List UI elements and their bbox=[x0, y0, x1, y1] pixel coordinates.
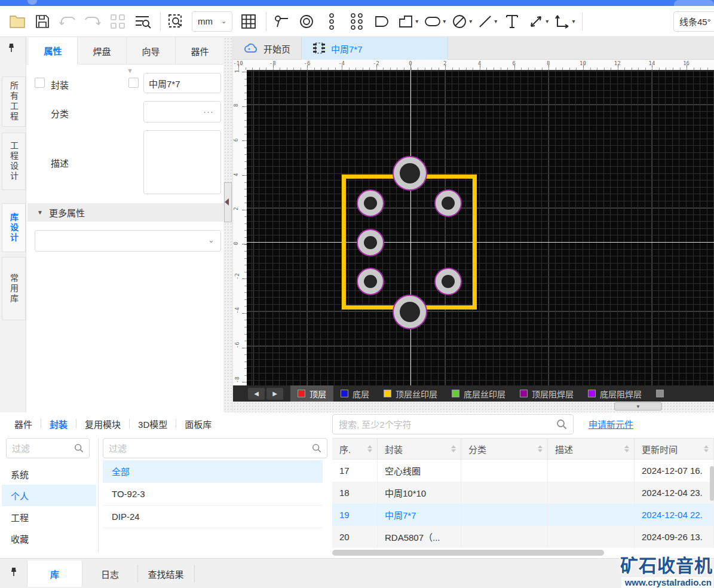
class-item-1[interactable]: 全部 bbox=[103, 460, 323, 483]
table-vertical-scrollbar[interactable] bbox=[710, 466, 714, 501]
pad-array-icon[interactable] bbox=[348, 13, 366, 30]
sort-icon[interactable] bbox=[624, 445, 629, 452]
pad-4[interactable] bbox=[357, 229, 384, 256]
pad-column-icon[interactable] bbox=[323, 13, 341, 30]
library-search-input[interactable] bbox=[339, 419, 556, 430]
dock-tab-5[interactable]: 面板库 bbox=[176, 418, 220, 430]
line-tool[interactable]: ▾ bbox=[478, 14, 497, 29]
measure-tool[interactable]: ▾ bbox=[528, 14, 548, 29]
category-more-button[interactable]: ··· bbox=[203, 106, 214, 117]
footprint-name-input[interactable] bbox=[143, 73, 221, 93]
dock-tab-4[interactable]: 3D模型 bbox=[130, 418, 176, 430]
keepout-tool[interactable]: ▾ bbox=[452, 14, 472, 29]
pad-7[interactable] bbox=[393, 295, 427, 329]
sort-icon[interactable] bbox=[704, 445, 709, 452]
class-item-3[interactable]: DIP-24 bbox=[103, 506, 323, 528]
table-row-3[interactable]: 19中周7*72024-12-04 22. bbox=[332, 504, 714, 526]
table-row-2[interactable]: 18中周10*102024-12-04 23. bbox=[332, 482, 714, 504]
pad-5[interactable] bbox=[357, 268, 384, 295]
save-icon[interactable] bbox=[33, 13, 51, 30]
properties-scrollbar[interactable] bbox=[223, 37, 233, 412]
properties-tab-4[interactable]: 器件 bbox=[176, 37, 225, 65]
window-layout-icon[interactable] bbox=[109, 13, 127, 30]
table-horizontal-scrollbar[interactable] bbox=[332, 550, 604, 556]
undo-icon[interactable] bbox=[59, 13, 76, 30]
layer-item-2[interactable]: 底层 bbox=[333, 385, 376, 402]
pad-3[interactable] bbox=[434, 189, 462, 217]
library-search-box[interactable] bbox=[332, 414, 574, 434]
layer-item-1[interactable]: 顶层 bbox=[290, 385, 333, 402]
pad-2[interactable] bbox=[357, 189, 384, 217]
via-tool-icon[interactable] bbox=[298, 13, 315, 30]
layer-item-4[interactable]: 底层丝印层 bbox=[445, 385, 513, 402]
source-filter-input[interactable] bbox=[12, 443, 74, 454]
properties-tab-1[interactable]: 属性 bbox=[29, 37, 78, 65]
pin-icon[interactable] bbox=[7, 43, 16, 55]
layers-scroll-left-button[interactable]: ◀ bbox=[248, 388, 265, 400]
dock-tab-3[interactable]: 复用模块 bbox=[76, 418, 129, 430]
panel-collapse-arrow-icon[interactable] bbox=[221, 198, 229, 206]
polygon-tool[interactable]: ▾ bbox=[398, 14, 418, 29]
redo-icon[interactable] bbox=[84, 13, 102, 30]
source-filter-box[interactable] bbox=[6, 438, 90, 458]
pin-tool-icon[interactable] bbox=[272, 13, 290, 30]
status-tab-3[interactable]: 查找结果 bbox=[137, 561, 194, 587]
table-row-4[interactable]: 20RDA5807（...2024-09-26 13. bbox=[332, 526, 714, 548]
sort-icon[interactable] bbox=[451, 445, 456, 452]
pad-1[interactable] bbox=[393, 156, 427, 191]
source-item-1[interactable]: 系统 bbox=[2, 463, 96, 485]
pad-shape-icon[interactable] bbox=[373, 13, 391, 30]
layer-item-6[interactable]: 底层阻焊层 bbox=[581, 385, 649, 402]
footprint-row-checkbox[interactable] bbox=[35, 78, 45, 88]
dock-tab-2[interactable]: 封装 bbox=[41, 418, 76, 430]
pad-6[interactable] bbox=[434, 268, 462, 295]
column-header-5[interactable]: 更新时间 bbox=[635, 439, 714, 459]
table-row-1[interactable]: 17空心线圈2024-12-07 16. bbox=[332, 460, 714, 482]
line-mode-select[interactable]: 线条45° bbox=[673, 11, 714, 32]
properties-tab-3[interactable]: 向导 bbox=[127, 37, 176, 65]
layer-item-5[interactable]: 顶层阻焊层 bbox=[513, 385, 581, 402]
document-tab-2[interactable]: 中周7*7 bbox=[302, 37, 448, 60]
layer-item-3[interactable]: 顶层丝印层 bbox=[376, 385, 445, 402]
pcb-canvas[interactable] bbox=[247, 70, 714, 385]
source-item-2[interactable]: 个人 bbox=[2, 485, 96, 506]
status-tab-2[interactable]: 日志 bbox=[82, 561, 137, 587]
dimension-tool[interactable]: ▾ bbox=[554, 14, 575, 29]
properties-tab-2[interactable]: 焊盘 bbox=[78, 37, 127, 65]
sort-icon[interactable] bbox=[538, 445, 543, 452]
search-list-icon[interactable] bbox=[134, 13, 152, 30]
layer-item-7[interactable] bbox=[649, 385, 671, 402]
more-properties-select[interactable]: ⌄ bbox=[35, 230, 221, 252]
browser-tab-shape[interactable] bbox=[674, 0, 714, 6]
dock-tab-1[interactable]: 器件 bbox=[6, 418, 41, 430]
layers-scroll-right-button[interactable]: ▶ bbox=[266, 388, 283, 400]
folder-icon[interactable] bbox=[8, 13, 26, 30]
sort-icon[interactable] bbox=[367, 445, 372, 452]
rail-tab-4[interactable]: 常用库 bbox=[2, 257, 26, 320]
column-header-1[interactable]: 序. bbox=[332, 439, 378, 459]
class-filter-input[interactable] bbox=[109, 443, 312, 454]
rail-tab-1[interactable]: 所有工程 bbox=[2, 76, 26, 127]
rail-tab-3[interactable]: 库设计 bbox=[2, 203, 26, 252]
source-item-3[interactable]: 工程 bbox=[2, 506, 96, 528]
grid-icon[interactable] bbox=[240, 13, 258, 30]
description-textarea[interactable] bbox=[143, 130, 221, 194]
class-filter-box[interactable] bbox=[103, 438, 327, 458]
zoom-select-icon[interactable] bbox=[167, 13, 185, 30]
class-item-2[interactable]: TO-92-3 bbox=[103, 483, 323, 506]
text-tool-icon[interactable] bbox=[503, 13, 521, 30]
layerbar-expand-handle[interactable]: ▼ bbox=[614, 402, 662, 411]
footprint-name-checkbox[interactable] bbox=[128, 78, 139, 88]
canvas-bottom-scrollbar[interactable]: ▼ bbox=[233, 402, 714, 412]
status-tab-1[interactable]: 库 bbox=[27, 561, 82, 587]
column-header-4[interactable]: 描述 bbox=[548, 439, 635, 459]
unit-select[interactable]: mm ⌄ bbox=[192, 11, 232, 32]
column-header-3[interactable]: 分类 bbox=[461, 439, 548, 459]
document-tab-1[interactable]: 开始页 bbox=[233, 37, 302, 60]
pin-icon[interactable] bbox=[10, 567, 18, 579]
column-header-2[interactable]: 封装 bbox=[378, 439, 461, 459]
collapse-caret-icon[interactable]: ▼ bbox=[127, 67, 133, 74]
rail-tab-2[interactable]: 工程设计 bbox=[2, 133, 26, 190]
oval-tool[interactable]: ▾ bbox=[424, 16, 446, 27]
source-item-4[interactable]: 收藏 bbox=[2, 528, 96, 549]
